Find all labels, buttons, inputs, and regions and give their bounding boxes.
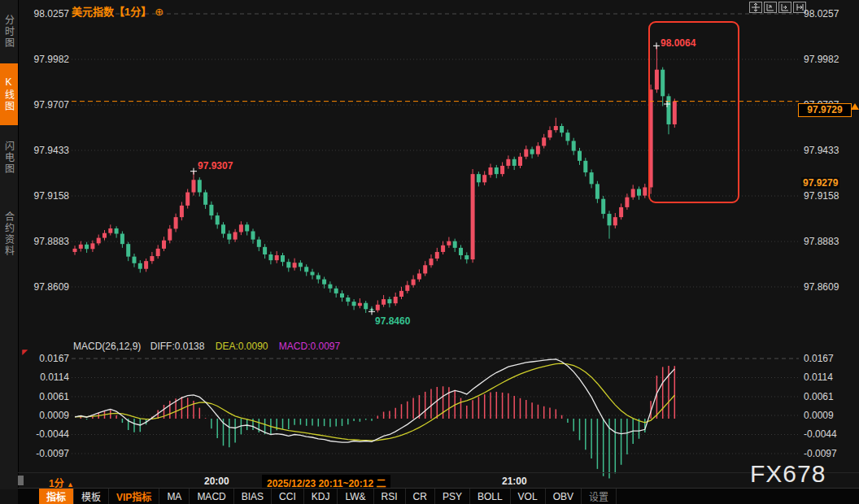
toolbar-item-lw[interactable]: LW& xyxy=(338,489,373,504)
toolbar-item-cci[interactable]: CCI xyxy=(272,489,304,504)
toolbar-item-boll[interactable]: BOLL xyxy=(470,489,511,504)
toolbar-item-macd[interactable]: MACD xyxy=(190,489,233,504)
axis-resize-handle[interactable] xyxy=(18,476,24,485)
candle-body xyxy=(156,249,160,256)
candle-body xyxy=(185,193,190,206)
candle-body xyxy=(138,263,142,269)
candle-body xyxy=(536,146,540,154)
sidebar-tab-contract-info[interactable]: 合约资料 xyxy=(0,193,18,275)
toolbar-item-obv[interactable]: OBV xyxy=(546,489,582,504)
toolbar-item-kdj[interactable]: KDJ xyxy=(304,489,338,504)
candle-body xyxy=(518,157,522,166)
cross-marker xyxy=(190,168,197,175)
axis-label: 0.0061 xyxy=(27,391,69,402)
candle-body xyxy=(524,150,528,157)
candle-body xyxy=(482,175,486,182)
crosshair-move-icon[interactable] xyxy=(749,2,762,13)
axis-label: 97.9433 xyxy=(27,145,69,156)
axis-label: 97.8609 xyxy=(804,281,839,293)
candle-body xyxy=(304,267,308,272)
candle-body xyxy=(227,234,231,240)
candle-body xyxy=(613,217,617,225)
candle-body xyxy=(477,174,481,182)
toolbar-item-cr[interactable]: CR xyxy=(406,489,435,504)
toolbar-item-rsi[interactable]: RSI xyxy=(374,489,406,504)
candle-body xyxy=(162,241,166,249)
axis-label: 97.9982 xyxy=(27,54,69,65)
toolbar-item-psy[interactable]: PSY xyxy=(435,489,470,504)
candle-body xyxy=(430,259,434,265)
add-overlay-icon[interactable]: ⊕ xyxy=(155,6,164,18)
candle-body xyxy=(394,297,398,303)
candle-body xyxy=(174,217,178,228)
swing-high-label: 98.0064 xyxy=(661,37,695,49)
toolbar-item-vol[interactable]: VOL xyxy=(511,489,546,504)
candle-body xyxy=(85,245,89,250)
candle-body xyxy=(500,166,504,174)
chart-type-sidebar: 分时图K线图闪电图合约资料 xyxy=(0,0,19,489)
candle-body xyxy=(108,228,112,233)
candle-body xyxy=(144,261,148,269)
fit-chart-icon[interactable] xyxy=(764,2,777,13)
toolbar-item-indicators[interactable]: 指标 xyxy=(39,489,74,504)
candle-body xyxy=(506,159,510,166)
candle-body xyxy=(126,244,130,256)
candle-body xyxy=(471,174,475,259)
axis-label: 97.9158 xyxy=(804,190,839,202)
scale-left-axis-icon[interactable] xyxy=(778,2,791,13)
candle-body xyxy=(619,207,623,217)
fx678-watermark: FX678 xyxy=(750,460,826,488)
candle-body xyxy=(405,285,409,291)
axis-label: 0.0167 xyxy=(804,353,834,364)
toolbar-item-bias[interactable]: BIAS xyxy=(234,489,272,504)
candle-body xyxy=(673,102,677,124)
candle-body xyxy=(601,199,605,214)
indicator-toolbar: 指标模板VIP指标MAMACDBIASCCIKDJLW&RSICRPSYBOLL… xyxy=(18,488,859,504)
axis-label: 0.0009 xyxy=(804,410,834,421)
axis-label: 97.8609 xyxy=(27,281,69,293)
sidebar-tab-time-share-chart[interactable]: 分时图 xyxy=(0,3,18,60)
axis-label: 0.0009 xyxy=(27,410,69,421)
candle-body xyxy=(608,214,612,225)
candle-body xyxy=(263,247,267,254)
macd-dea-value: DEA:0.0090 xyxy=(216,341,268,352)
candle-body xyxy=(268,254,273,260)
candle-body xyxy=(150,256,154,261)
candle-body xyxy=(548,130,552,137)
candle-body xyxy=(435,252,439,259)
candle-body xyxy=(655,70,659,89)
candle-body xyxy=(512,159,517,166)
toolbar-item-ma[interactable]: MA xyxy=(159,489,190,504)
candle-body xyxy=(489,167,493,175)
candle-body xyxy=(168,228,172,240)
candle-body xyxy=(572,141,576,150)
peak-label: 97.9307 xyxy=(198,160,233,172)
candle-body xyxy=(328,285,332,289)
toolbar-item-settings[interactable]: 设置 xyxy=(582,489,617,504)
candle-body xyxy=(412,280,416,285)
macd-anchor-icon[interactable]: ◤ xyxy=(22,348,28,356)
macd-header: MACD(26,12,9) DIFF:0.0138 DEA:0.0090 MAC… xyxy=(73,341,340,352)
candle-body xyxy=(399,291,403,297)
candle-body xyxy=(299,263,303,267)
reference-price-label: 97.9279 xyxy=(801,177,839,189)
candle-body xyxy=(216,215,220,224)
candle-body xyxy=(530,150,534,154)
candle-body xyxy=(286,262,290,267)
time-tick-2100: 21:00 xyxy=(502,476,527,487)
sidebar-tab-lightning-chart[interactable]: 闪电图 xyxy=(0,128,18,187)
candle-body xyxy=(311,272,315,275)
axis-label: 0.0114 xyxy=(804,371,833,383)
toolbar-item-vip-indicators[interactable]: VIP指标 xyxy=(109,489,159,504)
toolbar-item-templates[interactable]: 模板 xyxy=(74,489,109,504)
candle-body xyxy=(542,137,546,146)
axis-label: -0.0044 xyxy=(27,428,69,440)
axis-label: 97.9433 xyxy=(804,145,839,156)
symbol-title-text: 美元指数【1分】 xyxy=(72,6,151,18)
sidebar-tab-kline-chart[interactable]: K线图 xyxy=(0,63,18,125)
candle-body xyxy=(102,233,107,238)
chart-canvas[interactable] xyxy=(0,0,859,504)
candle-body xyxy=(637,189,641,195)
candle-body xyxy=(352,302,356,306)
cross-marker xyxy=(653,42,660,49)
